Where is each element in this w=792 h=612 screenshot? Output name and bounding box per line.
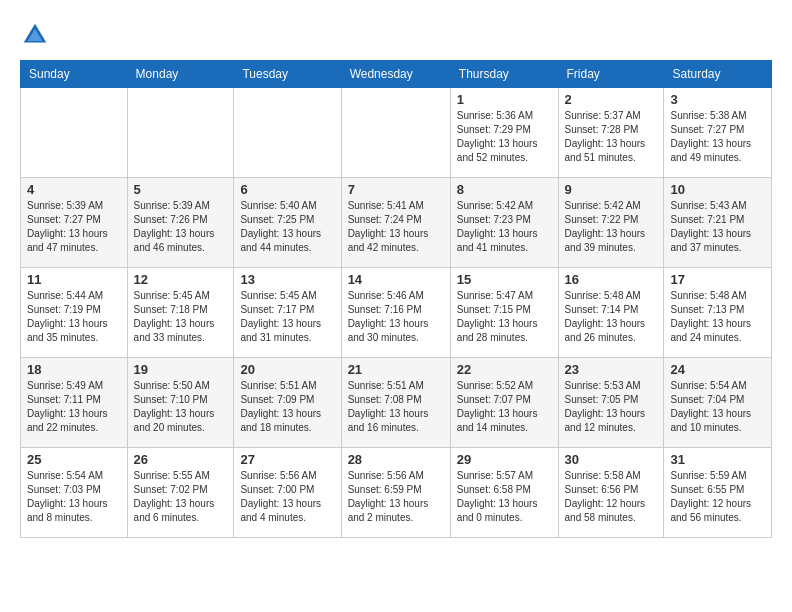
day-number: 11 <box>27 272 121 287</box>
table-row: 24Sunrise: 5:54 AM Sunset: 7:04 PM Dayli… <box>664 358 772 448</box>
table-row: 29Sunrise: 5:57 AM Sunset: 6:58 PM Dayli… <box>450 448 558 538</box>
day-info: Sunrise: 5:42 AM Sunset: 7:22 PM Dayligh… <box>565 199 658 255</box>
day-number: 26 <box>134 452 228 467</box>
table-row <box>127 88 234 178</box>
day-info: Sunrise: 5:44 AM Sunset: 7:19 PM Dayligh… <box>27 289 121 345</box>
table-row: 3Sunrise: 5:38 AM Sunset: 7:27 PM Daylig… <box>664 88 772 178</box>
day-info: Sunrise: 5:58 AM Sunset: 6:56 PM Dayligh… <box>565 469 658 525</box>
day-info: Sunrise: 5:45 AM Sunset: 7:17 PM Dayligh… <box>240 289 334 345</box>
day-info: Sunrise: 5:38 AM Sunset: 7:27 PM Dayligh… <box>670 109 765 165</box>
table-row: 31Sunrise: 5:59 AM Sunset: 6:55 PM Dayli… <box>664 448 772 538</box>
table-row: 17Sunrise: 5:48 AM Sunset: 7:13 PM Dayli… <box>664 268 772 358</box>
day-info: Sunrise: 5:57 AM Sunset: 6:58 PM Dayligh… <box>457 469 552 525</box>
day-number: 12 <box>134 272 228 287</box>
day-number: 24 <box>670 362 765 377</box>
table-row: 15Sunrise: 5:47 AM Sunset: 7:15 PM Dayli… <box>450 268 558 358</box>
table-row: 27Sunrise: 5:56 AM Sunset: 7:00 PM Dayli… <box>234 448 341 538</box>
table-row: 22Sunrise: 5:52 AM Sunset: 7:07 PM Dayli… <box>450 358 558 448</box>
day-number: 20 <box>240 362 334 377</box>
table-row: 11Sunrise: 5:44 AM Sunset: 7:19 PM Dayli… <box>21 268 128 358</box>
day-number: 19 <box>134 362 228 377</box>
table-row: 16Sunrise: 5:48 AM Sunset: 7:14 PM Dayli… <box>558 268 664 358</box>
day-info: Sunrise: 5:50 AM Sunset: 7:10 PM Dayligh… <box>134 379 228 435</box>
table-row: 1Sunrise: 5:36 AM Sunset: 7:29 PM Daylig… <box>450 88 558 178</box>
table-row: 25Sunrise: 5:54 AM Sunset: 7:03 PM Dayli… <box>21 448 128 538</box>
day-info: Sunrise: 5:48 AM Sunset: 7:13 PM Dayligh… <box>670 289 765 345</box>
day-number: 7 <box>348 182 444 197</box>
table-row: 21Sunrise: 5:51 AM Sunset: 7:08 PM Dayli… <box>341 358 450 448</box>
column-header-thursday: Thursday <box>450 61 558 88</box>
day-number: 5 <box>134 182 228 197</box>
table-row: 14Sunrise: 5:46 AM Sunset: 7:16 PM Dayli… <box>341 268 450 358</box>
day-info: Sunrise: 5:37 AM Sunset: 7:28 PM Dayligh… <box>565 109 658 165</box>
table-row <box>21 88 128 178</box>
day-info: Sunrise: 5:59 AM Sunset: 6:55 PM Dayligh… <box>670 469 765 525</box>
day-number: 1 <box>457 92 552 107</box>
column-header-saturday: Saturday <box>664 61 772 88</box>
day-info: Sunrise: 5:45 AM Sunset: 7:18 PM Dayligh… <box>134 289 228 345</box>
day-number: 23 <box>565 362 658 377</box>
day-info: Sunrise: 5:39 AM Sunset: 7:26 PM Dayligh… <box>134 199 228 255</box>
day-number: 6 <box>240 182 334 197</box>
calendar-table: SundayMondayTuesdayWednesdayThursdayFrid… <box>20 60 772 538</box>
table-row: 10Sunrise: 5:43 AM Sunset: 7:21 PM Dayli… <box>664 178 772 268</box>
day-number: 17 <box>670 272 765 287</box>
day-info: Sunrise: 5:41 AM Sunset: 7:24 PM Dayligh… <box>348 199 444 255</box>
day-number: 14 <box>348 272 444 287</box>
column-header-friday: Friday <box>558 61 664 88</box>
day-number: 3 <box>670 92 765 107</box>
table-row: 4Sunrise: 5:39 AM Sunset: 7:27 PM Daylig… <box>21 178 128 268</box>
day-info: Sunrise: 5:39 AM Sunset: 7:27 PM Dayligh… <box>27 199 121 255</box>
table-row: 12Sunrise: 5:45 AM Sunset: 7:18 PM Dayli… <box>127 268 234 358</box>
table-row: 26Sunrise: 5:55 AM Sunset: 7:02 PM Dayli… <box>127 448 234 538</box>
table-row <box>234 88 341 178</box>
day-number: 28 <box>348 452 444 467</box>
day-number: 15 <box>457 272 552 287</box>
day-number: 8 <box>457 182 552 197</box>
day-info: Sunrise: 5:56 AM Sunset: 6:59 PM Dayligh… <box>348 469 444 525</box>
table-row: 5Sunrise: 5:39 AM Sunset: 7:26 PM Daylig… <box>127 178 234 268</box>
calendar-week-row: 1Sunrise: 5:36 AM Sunset: 7:29 PM Daylig… <box>21 88 772 178</box>
day-info: Sunrise: 5:54 AM Sunset: 7:03 PM Dayligh… <box>27 469 121 525</box>
day-number: 30 <box>565 452 658 467</box>
table-row: 28Sunrise: 5:56 AM Sunset: 6:59 PM Dayli… <box>341 448 450 538</box>
day-number: 25 <box>27 452 121 467</box>
table-row: 13Sunrise: 5:45 AM Sunset: 7:17 PM Dayli… <box>234 268 341 358</box>
logo <box>20 20 54 50</box>
day-info: Sunrise: 5:40 AM Sunset: 7:25 PM Dayligh… <box>240 199 334 255</box>
column-header-wednesday: Wednesday <box>341 61 450 88</box>
day-info: Sunrise: 5:51 AM Sunset: 7:09 PM Dayligh… <box>240 379 334 435</box>
day-number: 10 <box>670 182 765 197</box>
table-row: 30Sunrise: 5:58 AM Sunset: 6:56 PM Dayli… <box>558 448 664 538</box>
day-info: Sunrise: 5:47 AM Sunset: 7:15 PM Dayligh… <box>457 289 552 345</box>
day-info: Sunrise: 5:36 AM Sunset: 7:29 PM Dayligh… <box>457 109 552 165</box>
day-info: Sunrise: 5:53 AM Sunset: 7:05 PM Dayligh… <box>565 379 658 435</box>
day-info: Sunrise: 5:49 AM Sunset: 7:11 PM Dayligh… <box>27 379 121 435</box>
table-row: 8Sunrise: 5:42 AM Sunset: 7:23 PM Daylig… <box>450 178 558 268</box>
table-row: 6Sunrise: 5:40 AM Sunset: 7:25 PM Daylig… <box>234 178 341 268</box>
calendar-week-row: 18Sunrise: 5:49 AM Sunset: 7:11 PM Dayli… <box>21 358 772 448</box>
day-info: Sunrise: 5:46 AM Sunset: 7:16 PM Dayligh… <box>348 289 444 345</box>
day-number: 29 <box>457 452 552 467</box>
day-number: 21 <box>348 362 444 377</box>
column-header-monday: Monday <box>127 61 234 88</box>
column-header-tuesday: Tuesday <box>234 61 341 88</box>
table-row: 23Sunrise: 5:53 AM Sunset: 7:05 PM Dayli… <box>558 358 664 448</box>
day-info: Sunrise: 5:48 AM Sunset: 7:14 PM Dayligh… <box>565 289 658 345</box>
day-number: 22 <box>457 362 552 377</box>
day-number: 9 <box>565 182 658 197</box>
day-info: Sunrise: 5:54 AM Sunset: 7:04 PM Dayligh… <box>670 379 765 435</box>
logo-icon <box>20 20 50 50</box>
calendar-week-row: 4Sunrise: 5:39 AM Sunset: 7:27 PM Daylig… <box>21 178 772 268</box>
day-number: 2 <box>565 92 658 107</box>
day-info: Sunrise: 5:55 AM Sunset: 7:02 PM Dayligh… <box>134 469 228 525</box>
table-row <box>341 88 450 178</box>
day-number: 13 <box>240 272 334 287</box>
calendar-header-row: SundayMondayTuesdayWednesdayThursdayFrid… <box>21 61 772 88</box>
table-row: 18Sunrise: 5:49 AM Sunset: 7:11 PM Dayli… <box>21 358 128 448</box>
table-row: 9Sunrise: 5:42 AM Sunset: 7:22 PM Daylig… <box>558 178 664 268</box>
table-row: 20Sunrise: 5:51 AM Sunset: 7:09 PM Dayli… <box>234 358 341 448</box>
page-header <box>20 20 772 50</box>
table-row: 2Sunrise: 5:37 AM Sunset: 7:28 PM Daylig… <box>558 88 664 178</box>
day-info: Sunrise: 5:51 AM Sunset: 7:08 PM Dayligh… <box>348 379 444 435</box>
